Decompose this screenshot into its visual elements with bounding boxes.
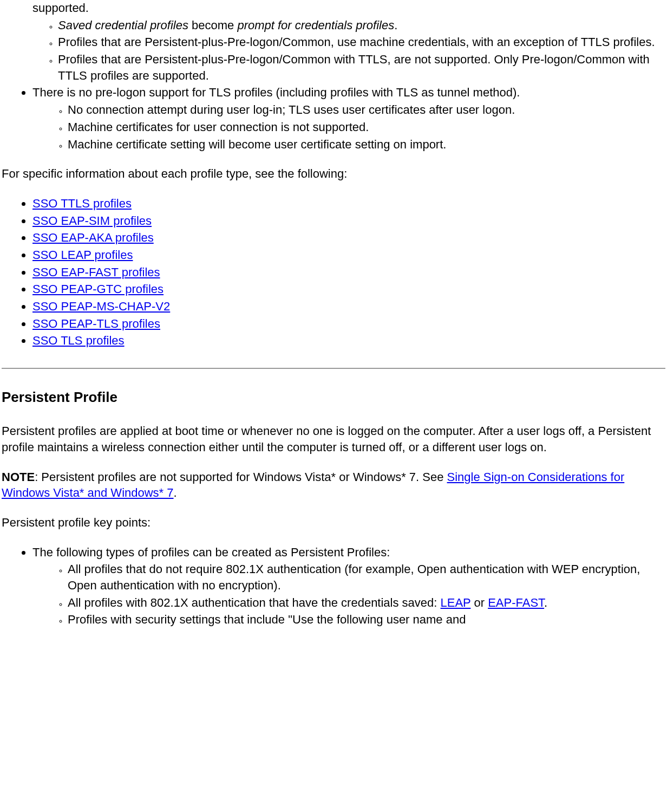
sso-eap-sim-link[interactable]: SSO EAP-SIM profiles xyxy=(32,214,152,228)
text: . xyxy=(544,596,547,609)
sub-list: All profiles that do not require 802.1X … xyxy=(32,561,667,628)
note-label: NOTE xyxy=(2,470,35,484)
list-item: SSO EAP-SIM profiles xyxy=(32,213,667,229)
list-item: supported. Saved credential profiles bec… xyxy=(23,0,667,83)
text: Profiles that are Persistent-plus-Pre-lo… xyxy=(58,53,650,82)
list-item: There is no pre-logon support for TLS pr… xyxy=(32,85,667,152)
sub-list: No connection attempt during user log-in… xyxy=(32,102,667,152)
list-item: SSO TLS profiles xyxy=(32,333,667,349)
list-item: SSO EAP-FAST profiles xyxy=(32,264,667,281)
text: All profiles with 802.1X authentication … xyxy=(68,596,441,609)
paragraph-specific-info: For specific information about each prof… xyxy=(2,166,665,182)
fragment-text: supported. xyxy=(32,1,89,15)
list-item: SSO PEAP-GTC profiles xyxy=(32,281,667,297)
text: Profiles that are Persistent-plus-Pre-lo… xyxy=(58,35,655,49)
italic-text: prompt for credentials profiles xyxy=(237,18,394,32)
persistent-description: Persistent profiles are applied at boot … xyxy=(2,423,665,455)
list-item: Profiles with security settings that inc… xyxy=(68,612,667,628)
text: There is no pre-logon support for TLS pr… xyxy=(32,86,520,99)
sso-peap-mschapv2-link[interactable]: SSO PEAP-MS-CHAP-V2 xyxy=(32,300,170,313)
list-item: SSO PEAP-TLS profiles xyxy=(32,316,667,332)
list-item: Machine certificate setting will become … xyxy=(68,137,667,153)
text: All profiles that do not require 802.1X … xyxy=(68,562,640,592)
text: . xyxy=(394,18,397,32)
list-item: SSO LEAP profiles xyxy=(32,247,667,263)
list-item: Saved credential profiles become prompt … xyxy=(58,17,667,34)
top-level-list: supported. Saved credential profiles bec… xyxy=(0,0,667,152)
text: become xyxy=(188,18,238,32)
text: or xyxy=(470,596,488,609)
sso-eap-fast-link[interactable]: SSO EAP-FAST profiles xyxy=(32,265,160,279)
sso-peap-gtc-link[interactable]: SSO PEAP-GTC profiles xyxy=(32,282,164,296)
list-item: All profiles with 802.1X authentication … xyxy=(68,595,667,611)
list-item: No connection attempt during user log-in… xyxy=(68,102,667,118)
list-item: SSO EAP-AKA profiles xyxy=(32,230,667,246)
divider xyxy=(2,368,665,369)
sso-tls-link[interactable]: SSO TLS profiles xyxy=(32,334,125,347)
list-item: The following types of profiles can be c… xyxy=(32,544,667,628)
list-item: Profiles that are Persistent-plus-Pre-lo… xyxy=(58,34,667,50)
note-text: : Persistent profiles are not supported … xyxy=(35,470,447,484)
sso-ttls-link[interactable]: SSO TTLS profiles xyxy=(32,197,132,210)
eap-fast-link[interactable]: EAP-FAST xyxy=(488,596,544,609)
sub-list: Saved credential profiles become prompt … xyxy=(23,17,667,84)
list-item: SSO TTLS profiles xyxy=(32,196,667,212)
text: Profiles with security settings that inc… xyxy=(68,613,466,626)
note-text-end: . xyxy=(174,486,177,499)
text: No connection attempt during user log-in… xyxy=(68,103,515,116)
list-item: Machine certificates for user connection… xyxy=(68,119,667,135)
text: Machine certificate setting will become … xyxy=(68,138,446,151)
note-paragraph: NOTE: Persistent profiles are not suppor… xyxy=(2,469,665,501)
italic-text: Saved credential profiles xyxy=(58,18,188,32)
persistent-profile-heading: Persistent Profile xyxy=(2,388,667,407)
sso-leap-link[interactable]: SSO LEAP profiles xyxy=(32,248,133,262)
sso-eap-aka-link[interactable]: SSO EAP-AKA profiles xyxy=(32,231,154,244)
keypoints-intro: Persistent profile key points: xyxy=(2,515,665,531)
sso-links-list: SSO TTLS profiles SSO EAP-SIM profiles S… xyxy=(0,196,667,349)
leap-link[interactable]: LEAP xyxy=(441,596,471,609)
text: Machine certificates for user connection… xyxy=(68,120,369,134)
list-item: All profiles that do not require 802.1X … xyxy=(68,561,667,593)
list-item: SSO PEAP-MS-CHAP-V2 xyxy=(32,298,667,315)
list-item: Profiles that are Persistent-plus-Pre-lo… xyxy=(58,51,667,83)
text: The following types of profiles can be c… xyxy=(32,545,390,559)
keypoints-list: The following types of profiles can be c… xyxy=(0,544,667,628)
sso-peap-tls-link[interactable]: SSO PEAP-TLS profiles xyxy=(32,317,160,330)
